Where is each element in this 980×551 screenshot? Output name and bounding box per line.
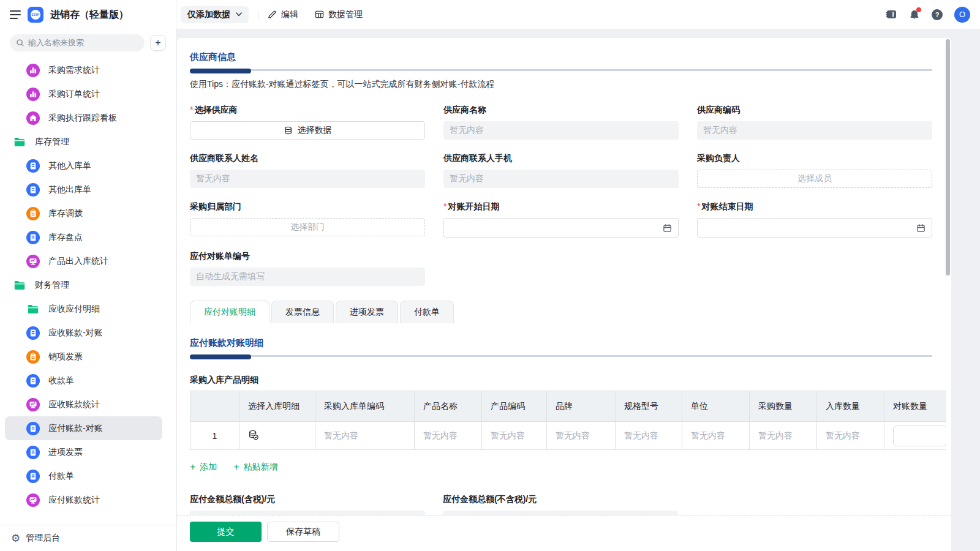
data-manage-button[interactable]: 数据管理 — [315, 9, 363, 20]
sidebar-item-label: 应收账款统计 — [48, 399, 100, 410]
panel-toggle-icon[interactable] — [886, 9, 897, 20]
sidebar-item[interactable]: 库存管理 — [5, 130, 162, 154]
doc-icon — [26, 159, 40, 173]
edit-label: 编辑 — [281, 9, 298, 20]
hamburger-menu-icon[interactable] — [10, 10, 21, 19]
clipboard-icon — [26, 207, 40, 220]
sidebar-item[interactable]: 应收账款统计 — [5, 392, 162, 416]
submit-button[interactable]: 提交 — [190, 522, 262, 542]
table-cell: 暂无内容 — [616, 422, 682, 450]
field-recon-start-date: *对账开始日期 — [443, 201, 679, 238]
supplier-form: *选择供应商 选择数据 供应商名称 暂无内容 供应商编码 暂无内容 — [190, 105, 951, 286]
field-purchase-owner: 采购负责人 选择成员 — [697, 153, 932, 188]
sidebar-item-label: 其他出库单 — [48, 184, 91, 195]
sidebar-item[interactable]: 库存调拨 — [5, 201, 162, 225]
notifications-button[interactable] — [909, 9, 920, 20]
monitor-icon — [26, 255, 40, 268]
tab[interactable]: 发票信息 — [271, 301, 334, 323]
field-contact-name: 供应商联系人姓名 暂无内容 — [190, 153, 425, 188]
form-card: 供应商信息 使用Tips：应付账款-对账通过标签页，可以一站式完成所有财务侧对账… — [177, 38, 951, 551]
sidebar-item-label: 财务管理 — [35, 280, 69, 291]
sidebar-item[interactable]: 其他入库单 — [5, 154, 162, 178]
contact-phone-field: 暂无内容 — [443, 170, 679, 188]
table-icon — [315, 10, 324, 19]
calendar-icon — [916, 223, 925, 233]
doc-icon — [26, 326, 40, 340]
help-button[interactable]: ? — [932, 9, 943, 20]
paste-add-button[interactable]: + 粘贴新增 — [233, 462, 277, 473]
tab[interactable]: 进项发票 — [336, 301, 398, 323]
sidebar-item[interactable]: 产品出入库统计 — [5, 249, 162, 273]
sidebar-item-label: 采购订单统计 — [48, 89, 100, 100]
monitor-icon — [26, 398, 40, 411]
section-progress-bar — [190, 354, 932, 359]
edit-button[interactable]: 编辑 — [268, 9, 298, 20]
topbar: 仅添加数据 编辑 数据管理 ? O — [176, 0, 980, 29]
table-cell: 暂无内容 — [682, 422, 750, 450]
doc-icon — [26, 446, 40, 459]
search-placeholder: 输入名称来搜索 — [28, 37, 84, 48]
contact-name-field: 暂无内容 — [190, 170, 425, 188]
sidebar-item[interactable]: 采购订单统计 — [5, 82, 162, 106]
sidebar-item[interactable]: 库存盘点 — [5, 225, 162, 249]
sidebar-item[interactable]: 销项发票 — [5, 345, 162, 369]
table-header-cell: 采购数量 — [750, 391, 817, 422]
field-contact-phone: 供应商联系人手机 暂无内容 — [443, 153, 679, 188]
sidebar-item[interactable]: 应收账款-对账 — [5, 321, 162, 345]
add-app-button[interactable]: + — [150, 35, 166, 51]
plus-icon: + — [233, 462, 239, 472]
sidebar-item-label: 应付账款统计 — [48, 495, 100, 506]
select-department-button[interactable]: 选择部门 — [190, 218, 425, 236]
doc-icon — [26, 470, 40, 483]
sidebar-item[interactable]: 财务管理 — [5, 273, 162, 297]
sidebar-item[interactable]: 付款单 — [5, 464, 162, 488]
save-draft-button[interactable]: 保存草稿 — [267, 522, 339, 542]
table-cell: 暂无内容 — [547, 422, 616, 450]
gear-icon: ⚙ — [11, 533, 20, 544]
recon-end-date-input[interactable] — [697, 218, 932, 238]
recon-qty-input[interactable] — [893, 425, 946, 446]
recon-qty-cell — [884, 422, 947, 450]
tab[interactable]: 应付对账明细 — [190, 301, 270, 323]
sidebar-item-label: 销项发票 — [48, 351, 83, 362]
table-header-cell — [190, 391, 239, 422]
vertical-scrollbar[interactable] — [946, 39, 950, 276]
bar-chart-icon — [26, 88, 40, 101]
select-member-button[interactable]: 选择成员 — [697, 170, 932, 188]
sidebar-item[interactable]: 其他出库单 — [5, 178, 162, 201]
table-row: 1暂无内容暂无内容暂无内容暂无内容暂无内容暂无内容暂无内容暂无内容 — [190, 422, 947, 450]
folder-icon — [13, 279, 26, 292]
inbound-table-wrap: 选择入库明细采购入库单编码产品名称产品编码品牌规格型号单位采购数量入库数量对账数… — [190, 391, 946, 450]
select-inbound-detail-button[interactable] — [239, 422, 315, 450]
recon-start-date-input[interactable] — [443, 218, 679, 238]
avatar[interactable]: O — [954, 7, 970, 23]
field-purchase-department: 采购归属部门 选择部门 — [190, 201, 425, 238]
sidebar-item[interactable]: 进项发票 — [5, 440, 162, 464]
add-row-button[interactable]: + 添加 — [190, 462, 217, 473]
clipboard-icon — [26, 350, 40, 364]
table-header-cell: 产品名称 — [415, 391, 482, 422]
sidebar-search-input[interactable]: 输入名称来搜索 — [10, 34, 145, 51]
doc-icon — [26, 374, 40, 388]
purchase-inbound-table: 选择入库明细采购入库单编码产品名称产品编码品牌规格型号单位采购数量入库数量对账数… — [190, 391, 946, 450]
mode-dropdown-button[interactable]: 仅添加数据 — [181, 6, 249, 23]
sidebar-item[interactable]: 收款单 — [5, 369, 162, 392]
sidebar-item[interactable]: 应收应付明细 — [5, 297, 162, 321]
form-footer: 提交 保存草稿 — [177, 515, 951, 551]
field-select-supplier: *选择供应商 选择数据 — [190, 105, 425, 140]
sidebar-item[interactable]: 采购需求统计 — [5, 58, 162, 82]
table-cell: 暂无内容 — [415, 422, 482, 450]
select-supplier-data-button[interactable]: 选择数据 — [190, 121, 425, 140]
table-actions: + 添加 + 粘贴新增 — [190, 462, 951, 473]
sidebar-item-label: 进项发票 — [48, 447, 83, 458]
doc-icon — [26, 183, 40, 197]
sidebar-item[interactable]: 应付账款统计 — [5, 488, 162, 512]
detail-tabs: 应付对账明细发票信息进项发票付款单 — [190, 301, 951, 323]
table-cell: 暂无内容 — [482, 422, 547, 450]
admin-console-item[interactable]: ⚙ 管理后台 — [0, 525, 176, 551]
tab[interactable]: 付款单 — [400, 301, 454, 323]
sidebar-item[interactable]: 采购执行跟踪看板 — [5, 106, 162, 130]
detail-section-title: 应付账款对账明细 — [190, 337, 951, 349]
table-header-cell: 产品编码 — [482, 391, 547, 422]
sidebar-item[interactable]: 应付账款-对账 — [5, 416, 162, 440]
